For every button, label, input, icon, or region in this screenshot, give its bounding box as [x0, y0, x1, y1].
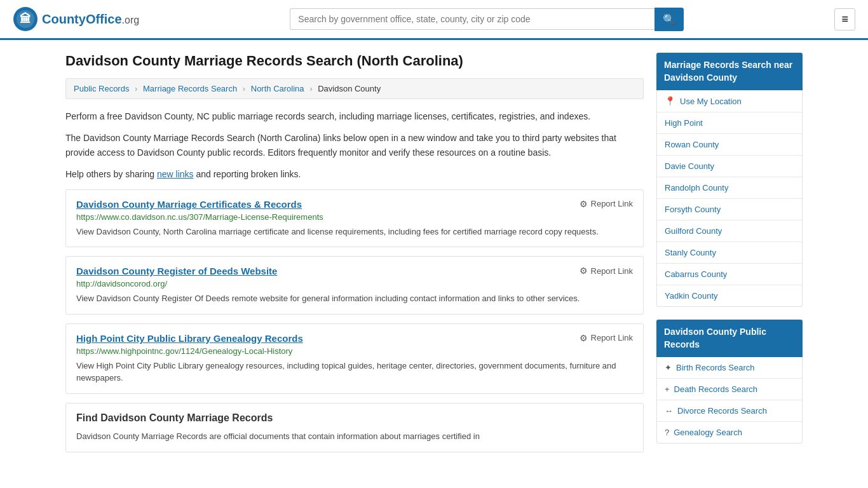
description-para1: Perform a free Davidson County, NC publi…	[65, 109, 644, 123]
result-url-2[interactable]: https://www.highpointnc.gov/1124/Genealo…	[76, 346, 633, 356]
result-desc-0: View Davidson County, North Carolina mar…	[76, 226, 633, 238]
high-point-link[interactable]: High Point	[665, 118, 703, 128]
yadkin-county-link[interactable]: Yadkin County	[665, 291, 718, 301]
svg-text:🏛: 🏛	[20, 12, 31, 25]
main-container: Davidson County Marriage Records Search …	[53, 40, 815, 469]
search-area: 🔍	[290, 8, 684, 31]
result-card-1: Davidson County Register of Deeds Websit…	[65, 256, 644, 315]
sidebar-nearby-list: 📍 Use My Location High Point Rowan Count…	[656, 90, 803, 307]
breadcrumb-north-carolina[interactable]: North Carolina	[251, 84, 304, 93]
sidebar-item-forsyth-county[interactable]: Forsyth County	[657, 199, 802, 220]
result-desc-1: View Davidson County Register Of Deeds r…	[76, 292, 633, 305]
sidebar-records-list: ✦ Birth Records Search + Death Records S…	[656, 357, 803, 444]
logo-area: 🏛 CountyOffice.org	[13, 6, 139, 32]
breadcrumb: Public Records › Marriage Records Search…	[65, 78, 644, 99]
new-links-link[interactable]: new links	[157, 169, 194, 179]
divorce-records-link[interactable]: Divorce Records Search	[677, 406, 767, 416]
result-url-1[interactable]: http://davidsoncorod.org/	[76, 279, 633, 288]
find-section: Find Davidson County Marriage Records Da…	[65, 403, 644, 453]
breadcrumb-davidson-county: Davidson County	[318, 84, 381, 93]
content-area: Davidson County Marriage Records Search …	[65, 53, 644, 456]
report-icon-0: ⚙	[580, 199, 588, 209]
genealogy-search-link[interactable]: Genealogy Search	[674, 428, 742, 437]
davie-county-link[interactable]: Davie County	[665, 161, 714, 171]
header: 🏛 CountyOffice.org 🔍 ≡	[0, 0, 868, 40]
sidebar-item-davie-county[interactable]: Davie County	[657, 156, 802, 177]
breadcrumb-sep-1: ›	[135, 84, 137, 93]
result-card-2: High Point City Public Library Genealogy…	[65, 323, 644, 394]
stanly-county-link[interactable]: Stanly County	[665, 248, 716, 257]
page-title: Davidson County Marriage Records Search …	[65, 53, 644, 69]
sidebar-item-cabarrus-county[interactable]: Cabarrus County	[657, 264, 802, 285]
report-link-0[interactable]: ⚙ Report Link	[580, 199, 633, 209]
forsyth-county-link[interactable]: Forsyth County	[665, 205, 721, 214]
sidebar-item-death-records[interactable]: + Death Records Search	[657, 379, 802, 400]
birth-records-icon: ✦	[665, 363, 672, 372]
divorce-records-icon: ↔	[665, 406, 673, 416]
sidebar: Marriage Records Search near Davidson Co…	[656, 53, 803, 456]
sidebar-records-section: Davidson County Public Records ✦ Birth R…	[656, 320, 803, 444]
sidebar-item-high-point[interactable]: High Point	[657, 112, 802, 134]
death-records-link[interactable]: Death Records Search	[674, 384, 758, 394]
search-input[interactable]	[290, 8, 654, 30]
result-title-2[interactable]: High Point City Public Library Genealogy…	[76, 333, 303, 344]
search-icon: 🔍	[663, 14, 675, 25]
rowan-county-link[interactable]: Rowan County	[665, 140, 719, 149]
breadcrumb-sep-2: ›	[243, 84, 245, 93]
death-records-icon: +	[665, 384, 670, 394]
menu-button[interactable]: ≡	[834, 8, 855, 30]
sidebar-item-randolph-county[interactable]: Randolph County	[657, 177, 802, 199]
description-para3: Help others by sharing new links and rep…	[65, 167, 644, 181]
genealogy-search-icon: ?	[665, 428, 669, 437]
sidebar-item-rowan-county[interactable]: Rowan County	[657, 134, 802, 156]
result-title-0[interactable]: Davidson County Marriage Certificates & …	[76, 199, 302, 210]
result-title-1[interactable]: Davidson County Register of Deeds Websit…	[76, 266, 277, 276]
sidebar-item-use-location[interactable]: 📍 Use My Location	[657, 90, 802, 112]
sidebar-item-guilford-county[interactable]: Guilford County	[657, 220, 802, 242]
use-location-link[interactable]: Use My Location	[680, 97, 742, 106]
sidebar-item-genealogy-search[interactable]: ? Genealogy Search	[657, 422, 802, 443]
breadcrumb-marriage-records[interactable]: Marriage Records Search	[143, 84, 237, 93]
sidebar-nearby-header: Marriage Records Search near Davidson Co…	[656, 53, 803, 90]
sidebar-item-birth-records[interactable]: ✦ Birth Records Search	[657, 357, 802, 379]
result-desc-2: View High Point City Public Library gene…	[76, 360, 633, 384]
search-button[interactable]: 🔍	[654, 8, 684, 31]
sidebar-item-stanly-county[interactable]: Stanly County	[657, 242, 802, 264]
sidebar-records-header: Davidson County Public Records	[656, 320, 803, 357]
location-pin-icon: 📍	[665, 96, 675, 106]
birth-records-link[interactable]: Birth Records Search	[676, 363, 755, 372]
report-icon-1: ⚙	[580, 266, 588, 276]
hamburger-icon: ≡	[841, 13, 848, 25]
result-card-0: Davidson County Marriage Certificates & …	[65, 189, 644, 248]
breadcrumb-sep-3: ›	[309, 84, 312, 93]
guilford-county-link[interactable]: Guilford County	[665, 226, 722, 236]
find-section-text: Davidson County Marriage Records are off…	[76, 430, 633, 444]
randolph-county-link[interactable]: Randolph County	[665, 183, 728, 193]
logo-icon: 🏛	[13, 6, 38, 32]
breadcrumb-public-records[interactable]: Public Records	[74, 84, 129, 93]
report-link-1[interactable]: ⚙ Report Link	[580, 266, 633, 276]
find-section-title: Find Davidson County Marriage Records	[76, 412, 633, 424]
logo-text: CountyOffice.org	[42, 12, 139, 27]
sidebar-item-divorce-records[interactable]: ↔ Divorce Records Search	[657, 400, 802, 422]
report-icon-2: ⚙	[580, 333, 588, 343]
result-url-0[interactable]: https://www.co.davidson.nc.us/307/Marria…	[76, 212, 633, 222]
sidebar-nearby-section: Marriage Records Search near Davidson Co…	[656, 53, 803, 307]
sidebar-item-yadkin-county[interactable]: Yadkin County	[657, 285, 802, 306]
cabarrus-county-link[interactable]: Cabarrus County	[665, 269, 727, 279]
report-link-2[interactable]: ⚙ Report Link	[580, 333, 633, 343]
description-para2: The Davidson County Marriage Records Sea…	[65, 131, 644, 159]
